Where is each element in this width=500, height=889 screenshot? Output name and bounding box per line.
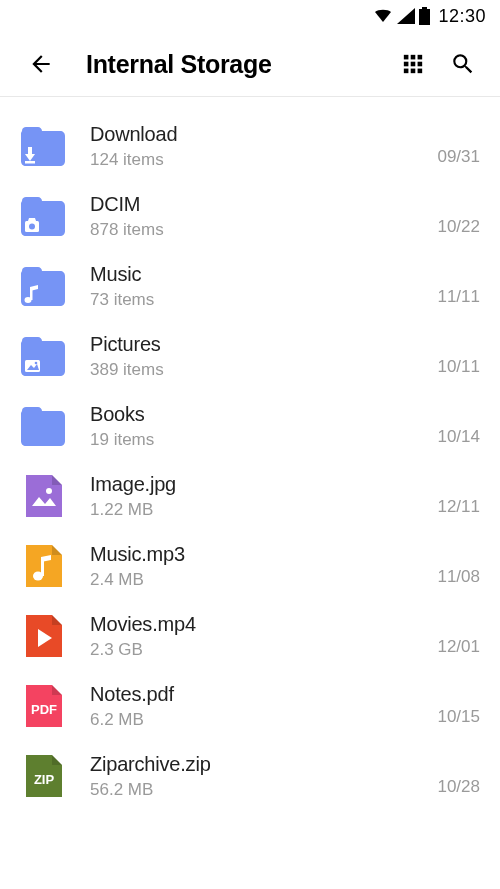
- item-text: Music73 items: [90, 263, 415, 310]
- item-subtitle: 1.22 MB: [90, 500, 415, 520]
- item-text: Books19 items: [90, 403, 415, 450]
- svg-rect-0: [422, 7, 427, 9]
- list-item[interactable]: Movies.mp42.3 GB12/01: [0, 601, 500, 671]
- svg-point-18: [35, 362, 38, 365]
- item-date: 11/08: [437, 567, 480, 591]
- file-zip-icon: ZIP: [18, 751, 68, 801]
- wifi-icon: [373, 8, 393, 24]
- item-name: Movies.mp4: [90, 613, 415, 636]
- item-text: DCIM878 items: [90, 193, 415, 240]
- item-subtitle: 389 items: [90, 360, 415, 380]
- item-subtitle: 19 items: [90, 430, 415, 450]
- svg-rect-3: [411, 55, 416, 60]
- svg-rect-5: [404, 62, 409, 67]
- svg-rect-2: [404, 55, 409, 60]
- svg-rect-10: [418, 69, 423, 74]
- item-date: 11/11: [437, 287, 480, 311]
- item-name: DCIM: [90, 193, 415, 216]
- item-date: 10/22: [437, 217, 480, 241]
- search-icon: [450, 51, 476, 77]
- grid-view-button[interactable]: [398, 49, 428, 79]
- item-subtitle: 6.2 MB: [90, 710, 415, 730]
- battery-icon: [419, 7, 430, 25]
- list-item[interactable]: Music73 items11/11: [0, 251, 500, 321]
- arrow-left-icon: [28, 51, 54, 77]
- item-subtitle: 124 items: [90, 150, 415, 170]
- item-subtitle: 2.4 MB: [90, 570, 415, 590]
- folder-camera-icon: [18, 191, 68, 241]
- item-name: Music.mp3: [90, 543, 415, 566]
- list-item[interactable]: DCIM878 items10/22: [0, 181, 500, 251]
- page-title: Internal Storage: [86, 50, 368, 79]
- item-text: Music.mp32.4 MB: [90, 543, 415, 590]
- item-text: Image.jpg1.22 MB: [90, 473, 415, 520]
- list-item[interactable]: Download124 items09/31: [0, 111, 500, 181]
- item-text: Pictures389 items: [90, 333, 415, 380]
- file-image-icon: [18, 471, 68, 521]
- item-subtitle: 878 items: [90, 220, 415, 240]
- folder-picture-icon: [18, 331, 68, 381]
- svg-rect-1: [419, 9, 430, 25]
- svg-rect-8: [404, 69, 409, 74]
- item-text: Notes.pdf6.2 MB: [90, 683, 415, 730]
- list-item[interactable]: Pictures389 items10/11: [0, 321, 500, 391]
- item-date: 10/14: [437, 427, 480, 451]
- item-name: Image.jpg: [90, 473, 415, 496]
- svg-point-19: [46, 488, 52, 494]
- file-video-icon: [18, 611, 68, 661]
- cellular-icon: [397, 8, 415, 24]
- item-date: 12/01: [437, 637, 480, 661]
- item-name: Download: [90, 123, 415, 146]
- svg-point-14: [29, 224, 35, 230]
- list-item[interactable]: ZIPZiparchive.zip56.2 MB10/28: [0, 741, 500, 811]
- svg-rect-6: [411, 62, 416, 67]
- item-name: Ziparchive.zip: [90, 753, 415, 776]
- file-list: Download124 items09/31DCIM878 items10/22…: [0, 97, 500, 811]
- item-text: Movies.mp42.3 GB: [90, 613, 415, 660]
- folder-download-icon: [18, 121, 68, 171]
- svg-text:PDF: PDF: [31, 702, 57, 717]
- list-item[interactable]: Image.jpg1.22 MB12/11: [0, 461, 500, 531]
- list-item[interactable]: Books19 items10/14: [0, 391, 500, 461]
- item-name: Music: [90, 263, 415, 286]
- search-button[interactable]: [448, 49, 478, 79]
- svg-rect-12: [25, 161, 35, 164]
- app-header: Internal Storage: [0, 32, 500, 97]
- back-button[interactable]: [26, 49, 56, 79]
- folder-plain-icon: [18, 401, 68, 451]
- file-audio-icon: [18, 541, 68, 591]
- svg-rect-9: [411, 69, 416, 74]
- svg-rect-4: [418, 55, 423, 60]
- item-subtitle: 73 items: [90, 290, 415, 310]
- item-text: Ziparchive.zip56.2 MB: [90, 753, 415, 800]
- grid-icon: [402, 53, 424, 75]
- item-subtitle: 56.2 MB: [90, 780, 415, 800]
- list-item[interactable]: Music.mp32.4 MB11/08: [0, 531, 500, 601]
- list-item[interactable]: PDFNotes.pdf6.2 MB10/15: [0, 671, 500, 741]
- clock-text: 12:30: [438, 6, 486, 27]
- item-text: Download124 items: [90, 123, 415, 170]
- item-date: 10/15: [437, 707, 480, 731]
- item-date: 10/28: [437, 777, 480, 801]
- item-date: 12/11: [437, 497, 480, 521]
- file-pdf-icon: PDF: [18, 681, 68, 731]
- item-date: 10/11: [437, 357, 480, 381]
- folder-music-icon: [18, 261, 68, 311]
- svg-text:ZIP: ZIP: [34, 772, 55, 787]
- status-bar: 12:30: [0, 0, 500, 32]
- item-subtitle: 2.3 GB: [90, 640, 415, 660]
- item-name: Notes.pdf: [90, 683, 415, 706]
- svg-rect-17: [25, 360, 40, 372]
- item-name: Pictures: [90, 333, 415, 356]
- item-name: Books: [90, 403, 415, 426]
- svg-rect-7: [418, 62, 423, 67]
- item-date: 09/31: [437, 147, 480, 171]
